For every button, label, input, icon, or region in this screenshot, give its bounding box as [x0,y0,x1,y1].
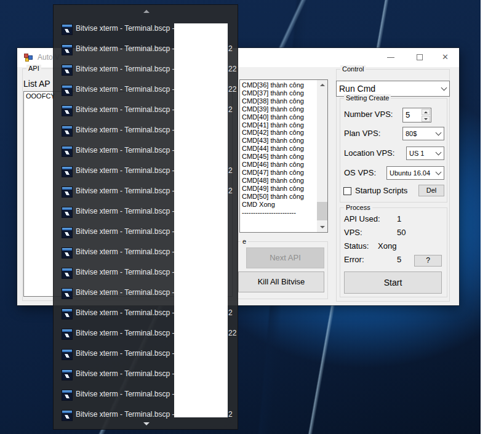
close-button[interactable]: ✕ [433,48,461,67]
window-list-item-label: Bitvise xterm - Terminal.bscp - 4 [76,146,181,155]
log-line: CMD[40] thành công [242,113,316,121]
status-label: Status: [344,241,369,251]
scroll-down-icon[interactable] [317,222,327,232]
start-button[interactable]: Start [344,271,442,294]
os-vps-combobox[interactable]: Ubuntu 16.04 [386,166,444,180]
log-line: CMD[50] thành công [242,193,316,201]
vps-value: 50 [397,228,406,237]
window-list-item-label: Bitvise xterm - Terminal.bscp - [76,166,174,175]
error-row: Error: 5 [344,255,364,264]
minimize-button[interactable] [377,48,405,67]
window-list-item-tail: 22 [228,329,236,337]
log-line: CMD[41] thành công [242,121,316,129]
bitvise-terminal-icon [62,25,72,34]
startup-scripts-checkbox[interactable] [343,187,351,195]
window-list-item-tail: 2 [228,44,233,53]
control-group-label: Control [340,65,366,73]
window-list-item-tail: 2 [228,105,233,114]
help-button[interactable]: ? [414,255,442,267]
window-list-item-tail: 2 [228,308,233,317]
log-line: CMD[37] thành công [242,89,316,97]
setting-create-label: Setting Create [344,94,391,102]
window-list-item-label: Bitvise xterm - Terminal.bscp - [76,105,174,114]
log-line: CMD[46] thành công [242,161,316,169]
list-api-label: List AP [23,79,50,89]
bitvise-terminal-icon [62,147,72,156]
chevron-down-icon [436,150,442,156]
log-line: CMD[49] thành công [242,185,316,193]
chevron-down-icon [436,130,442,136]
window-list-item-tail: 2 [228,187,233,195]
status-value: Xong [378,241,396,251]
scroll-up-icon[interactable] [143,10,150,13]
bitvise-terminal-icon [62,309,72,319]
scroll-down-icon[interactable] [143,422,150,425]
log-line: CMD[42] thành công [242,129,316,137]
log-line: CMD[48] thành công [242,177,316,185]
window-list-item-label: Bitvise xterm - Terminal.bscp - [76,329,174,337]
scrollbar-thumb[interactable] [317,202,327,220]
log-line: CMD[44] thành công [242,145,316,153]
window-list-item-label: Bitvise xterm - Terminal.bscp - [76,369,174,378]
window-list-item-label: Bitvise xterm - Terminal.bscp - [76,24,174,33]
chevron-down-icon [436,169,442,175]
window-list-item-tail: 22 [228,85,236,94]
status-row: Status: Xong [344,241,369,251]
bitvise-terminal-icon [62,390,72,400]
window-list-item-tail: 22 [228,65,236,73]
bitvise-terminal-icon [62,126,72,136]
log-listbox[interactable]: CMD[36] thành côngCMD[37] thành côngCMD[… [239,79,328,233]
maximize-button[interactable] [406,48,434,67]
bitvise-terminal-icon [62,45,72,55]
bitvise-terminal-icon [62,207,72,217]
kill-all-bitvise-button[interactable]: Kill All Bitvise [238,271,324,292]
location-vps-combobox[interactable]: US 1 [406,147,444,160]
window-list-item-label: Bitvise xterm - Terminal.bscp - [76,65,174,73]
window-list-item-label: Bitvise xterm - Terminal.bscp - [76,44,174,53]
run-cmd-value: Run Cmd [339,84,375,94]
scroll-up-icon[interactable] [317,80,327,90]
window-list-item-label: Bitvise xterm - Terminal.bscp - 2 [76,126,181,134]
bitvise-terminal-icon [62,86,72,95]
bitvise-terminal-icon [62,370,72,380]
log-line: CMD[43] thành công [242,137,316,145]
plan-vps-combobox[interactable]: 80$ [402,127,444,140]
bitvise-terminal-icon [62,248,72,258]
startup-scripts-label: Startup Scripts [355,186,407,195]
next-api-button[interactable]: Next API [246,247,324,268]
minimize-icon [387,57,394,58]
error-value: 5 [397,255,401,264]
actions-group-label: e [241,238,248,245]
log-line: ------------------------ [242,209,316,217]
api-used-row: API Used: 1 [344,214,380,223]
window-list-item-label: Bitvise xterm - Terminal.bscp - [76,308,174,317]
window-list-item-label: Bitvise xterm - Terminal.bscp - 4 [76,268,181,276]
api-used-label: API Used: [344,214,380,223]
plan-vps-value: 80$ [406,130,417,137]
chevron-down-icon [441,85,447,91]
log-line: CMD[45] thành công [242,153,316,161]
process-group-label: Process [344,204,372,211]
log-line: CMD[47] thành công [242,169,316,177]
bitvise-terminal-icon [62,289,72,299]
screenshot-margin [481,0,504,434]
log-scrollbar[interactable] [317,80,327,232]
spin-up-icon[interactable] [422,109,430,115]
number-vps-stepper[interactable]: 5 [402,108,431,123]
window-list-item-label: Bitvise xterm - Terminal.bscp - [76,247,174,256]
bitvise-terminal-icon [62,187,72,197]
log-line: CMD[36] thành công [242,81,316,89]
spin-down-icon[interactable] [422,116,430,122]
window-list-item-tail: 2 [228,166,233,175]
bitvise-terminal-icon [62,329,72,339]
del-button[interactable]: Del [418,185,444,196]
log-line: CMD[38] thành công [242,97,316,105]
window-list-item-label: Bitvise xterm - Terminal.bscp - [76,187,174,195]
location-vps-value: US 1 [409,150,424,157]
number-vps-label: Number VPS: [344,110,393,119]
api-used-value: 1 [397,214,401,223]
vps-label: VPS: [344,228,362,237]
os-vps-label: OS VPS: [344,168,376,177]
error-label: Error: [344,255,364,264]
window-list-item-label: Bitvise xterm - Terminal.bscp - [76,227,174,236]
